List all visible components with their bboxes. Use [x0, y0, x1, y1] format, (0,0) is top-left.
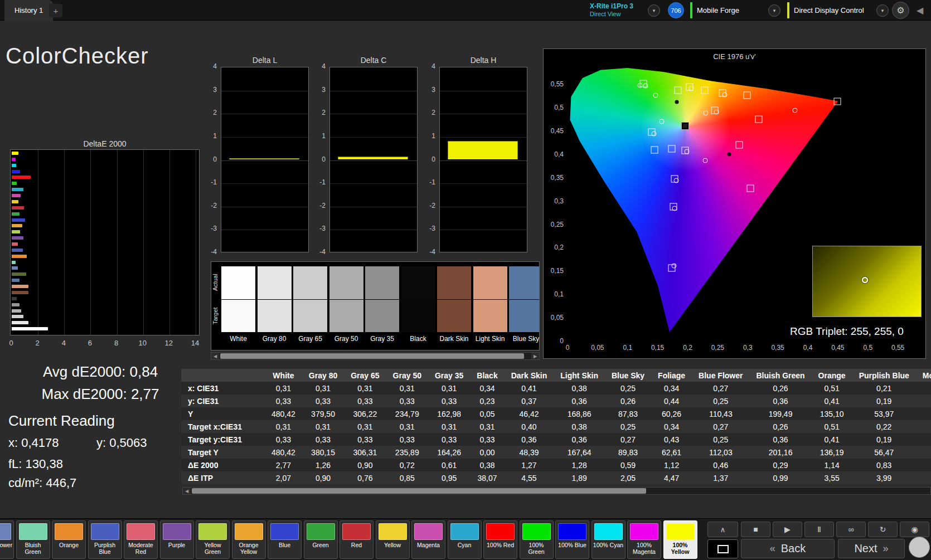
table-col-header-bluish-green: Bluish Green: [749, 369, 811, 382]
deltae-bar-gray-35: [12, 303, 20, 306]
pattern-window-button[interactable]: [707, 539, 738, 558]
colorchecker-data-table: WhiteGray 80Gray 65Gray 50Gray 35BlackDa…: [181, 369, 931, 484]
patch-button-bluish-green[interactable]: Bluish Green: [16, 520, 50, 559]
patch-button-blue-flower[interactable]: Blue Flower: [0, 520, 14, 559]
patch-swatch: [91, 523, 119, 540]
swatch-scrollbar[interactable]: ◀ ▶: [211, 352, 540, 360]
patch-button-100-green[interactable]: 100% Green: [520, 520, 554, 559]
deltae-bar-white: [12, 327, 48, 330]
patch-button-purplish-blue[interactable]: Purplish Blue: [88, 520, 122, 559]
chevron-down-icon[interactable]: ▾: [768, 4, 780, 17]
swatch-column-dark-skin: Dark Skin: [437, 262, 471, 350]
patch-button-green[interactable]: Green: [304, 520, 338, 559]
patch-button-orange-yellow[interactable]: Orange Yellow: [232, 520, 266, 559]
patch-button-moderate-red[interactable]: Moderate Red: [124, 520, 158, 559]
delta-l-bar: [229, 158, 299, 159]
patch-button-purple[interactable]: Purple: [160, 520, 194, 559]
record-icon[interactable]: ◉: [900, 522, 929, 537]
chevron-down-icon[interactable]: ▾: [648, 4, 660, 17]
target-swatch: [293, 300, 327, 332]
scrollbar-thumb[interactable]: [192, 488, 646, 494]
play-icon[interactable]: ▶: [773, 522, 802, 537]
table-cell: 0,33: [386, 395, 428, 407]
table-cell: 480,42: [265, 446, 302, 459]
loop-icon[interactable]: ↻: [868, 522, 898, 537]
patch-swatch: [450, 523, 479, 540]
y-tick-label: 2: [431, 109, 435, 116]
patch-button-red[interactable]: Red: [340, 520, 374, 559]
table-row-header: Target Y: [181, 446, 265, 459]
table-scrollbar[interactable]: ◀: [182, 487, 931, 495]
scroll-right-icon[interactable]: ▶: [531, 353, 539, 359]
table-cell: 0,31: [428, 420, 470, 433]
pause-icon[interactable]: Ⅱ: [804, 522, 834, 537]
table-cell: 0,19: [852, 433, 916, 446]
deltae-bar-moderate-red: [12, 242, 18, 246]
x-tick-label: 0,15: [651, 344, 664, 352]
round-control-button[interactable]: [909, 537, 930, 558]
table-cell: 0,76: [344, 471, 386, 484]
patch-swatch: [127, 523, 155, 540]
next-button[interactable]: Next »: [838, 539, 905, 558]
tab-history-1[interactable]: History 1: [4, 0, 53, 21]
source-selector[interactable]: Mobile Forge ▾: [690, 1, 780, 20]
table-cell: 0,44: [651, 395, 692, 407]
table-cell: 0,31: [302, 420, 344, 433]
current-x-readout: x: 0,4178: [8, 436, 59, 450]
back-button[interactable]: « Back: [741, 539, 835, 558]
cie-point-measured: [660, 119, 665, 124]
scrollbar-thumb[interactable]: [220, 353, 524, 359]
y-tick-label: -2: [429, 202, 435, 210]
y-axis: 43210-1-2-3-4: [317, 56, 327, 267]
scroll-left-icon[interactable]: ◀: [211, 353, 219, 359]
workflow-selector[interactable]: Direct Display Control ▾: [787, 1, 889, 20]
patch-label: Magenta: [413, 542, 444, 548]
scroll-left-icon[interactable]: ◀: [183, 488, 191, 494]
gear-icon[interactable]: ⚙: [892, 2, 909, 19]
patch-button-magenta[interactable]: Magenta: [411, 520, 445, 559]
gridline: [330, 183, 417, 184]
chevron-down-icon[interactable]: ▾: [876, 4, 889, 17]
patch-button-yellow[interactable]: Yellow: [376, 520, 410, 559]
table-cell: 0,36: [554, 395, 605, 407]
y-tick-label: -4: [319, 248, 326, 256]
patch-button-cyan[interactable]: Cyan: [448, 520, 482, 559]
patch-button-100-cyan[interactable]: 100% Cyan: [591, 520, 625, 559]
chevrons-right-icon: »: [883, 543, 889, 554]
table-cell: 380,15: [302, 446, 344, 459]
patch-button-orange[interactable]: Orange: [52, 520, 86, 559]
new-tab-button[interactable]: +: [49, 4, 62, 17]
meter-selector[interactable]: X-Rite i1Pro 3 Direct View ▾: [590, 1, 660, 20]
patch-button-100-magenta[interactable]: 100% Magenta: [627, 520, 661, 559]
cie-point-target: [701, 86, 708, 94]
collapse-panel-icon[interactable]: ◀: [917, 5, 923, 16]
deltae-bar-100-green: [12, 182, 17, 185]
deltae-chart-plot: [10, 149, 200, 335]
stop-icon[interactable]: ■: [741, 522, 770, 537]
swatch-column-white: White: [221, 262, 255, 350]
patch-button-100-yellow[interactable]: 100% Yellow: [663, 520, 697, 559]
patch-button-yellow-green[interactable]: Yellow Green: [196, 520, 230, 559]
gridline: [440, 183, 527, 184]
x-tick-label: 10: [138, 339, 146, 347]
table-cell: 0,36: [749, 433, 811, 446]
table-cell: 0,51: [812, 382, 852, 395]
gridline: [143, 150, 144, 335]
patch-label: Blue: [269, 542, 300, 548]
table-cell: 0,21: [852, 382, 916, 395]
x-tick-label: 0,25: [711, 344, 724, 352]
y-tick-label: 0: [431, 155, 435, 163]
patch-button-blue[interactable]: Blue: [268, 520, 302, 559]
patch-button-100-red[interactable]: 100% Red: [483, 520, 517, 559]
patch-button-100-blue[interactable]: 100% Blue: [555, 520, 589, 559]
continuous-icon[interactable]: ∞: [836, 522, 866, 537]
table-cell: 0,85: [386, 471, 428, 484]
table-cell: 4,55: [505, 471, 554, 484]
table-cell: 306,22: [344, 407, 386, 420]
deltae-bar-purplish-blue: [12, 249, 23, 252]
table-row: Target x:CIE310,310,310,310,310,310,310,…: [181, 420, 931, 433]
patch-label: Blue Flower: [0, 542, 13, 548]
patch-label: Cyan: [449, 542, 481, 548]
caret-up-icon[interactable]: ∧: [707, 522, 738, 537]
table-cell: 0,25: [605, 420, 651, 433]
